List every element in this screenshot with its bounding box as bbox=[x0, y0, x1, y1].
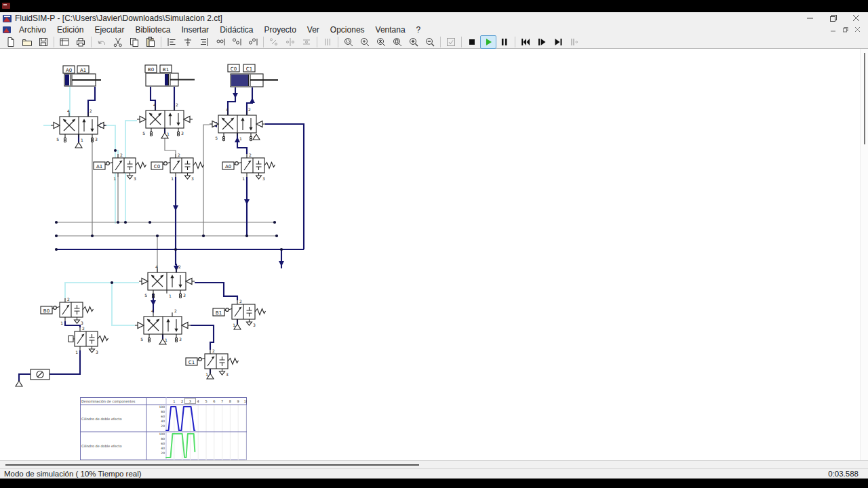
valve-32-A0[interactable]: 213 A0 bbox=[222, 152, 275, 181]
horizontal-scrollbar[interactable] bbox=[0, 460, 868, 468]
reset-icon[interactable] bbox=[517, 35, 534, 49]
start-icon[interactable] bbox=[480, 35, 496, 49]
restore-icon[interactable] bbox=[822, 12, 845, 24]
pause-icon[interactable] bbox=[496, 35, 513, 49]
circuit-canvas[interactable]: A0 A1 B0 B1 C0 C1 42 513 42 513 42 513 4… bbox=[0, 49, 868, 460]
cylinder-B[interactable] bbox=[146, 73, 195, 86]
menu-edicion[interactable]: Edición bbox=[52, 24, 89, 35]
svg-text:5: 5 bbox=[144, 293, 147, 298]
valve-32-A1[interactable]: 213 A1 bbox=[94, 152, 146, 181]
menu-insertar[interactable]: Insertar bbox=[176, 24, 214, 35]
document-icon[interactable] bbox=[3, 26, 12, 34]
valve-52-mid-2[interactable]: 42 513 bbox=[135, 308, 191, 342]
valve-52-A[interactable]: 42 513 bbox=[51, 108, 106, 142]
close-icon[interactable] bbox=[845, 12, 868, 24]
svg-text:1: 1 bbox=[60, 321, 63, 325]
svg-text:9: 9 bbox=[237, 399, 239, 403]
svg-text:4: 4 bbox=[155, 264, 158, 269]
label-B0[interactable]: B0 bbox=[145, 65, 157, 73]
valve-32-manual[interactable]: 213 bbox=[68, 326, 108, 354]
zoom-area-icon[interactable] bbox=[340, 35, 357, 49]
label-B1[interactable]: B1 bbox=[160, 65, 172, 73]
menu-archivo[interactable]: Archivo bbox=[14, 24, 52, 35]
menu-didactica[interactable]: Didáctica bbox=[214, 24, 258, 35]
align-center-icon[interactable] bbox=[180, 35, 196, 49]
toolbar-separator bbox=[515, 37, 515, 47]
distribute-top-icon[interactable] bbox=[212, 35, 229, 49]
child-restore-icon[interactable] bbox=[840, 25, 852, 35]
label-A0[interactable]: A0 bbox=[63, 66, 75, 73]
svg-text:A1: A1 bbox=[80, 68, 86, 73]
service-unit[interactable] bbox=[31, 369, 50, 380]
page-setup-icon[interactable] bbox=[56, 35, 73, 49]
menu-ventana[interactable]: Ventana bbox=[370, 24, 411, 35]
svg-text:3: 3 bbox=[189, 399, 191, 403]
align-left-icon[interactable] bbox=[163, 35, 180, 49]
menu-ver[interactable]: Ver bbox=[302, 24, 325, 35]
svg-text:5: 5 bbox=[140, 337, 143, 342]
zoom-out-icon[interactable] bbox=[422, 35, 438, 49]
copy-icon[interactable] bbox=[126, 35, 142, 49]
svg-text:2: 2 bbox=[174, 308, 177, 313]
vertical-scroll-thumb[interactable] bbox=[864, 53, 865, 144]
align-right-icon[interactable] bbox=[196, 35, 212, 49]
zoom-page-icon[interactable] bbox=[389, 35, 406, 49]
save-icon[interactable] bbox=[35, 35, 52, 49]
horizontal-scroll-thumb[interactable] bbox=[5, 464, 419, 466]
check-circuit-icon[interactable] bbox=[443, 35, 459, 49]
minimize-icon[interactable] bbox=[799, 12, 822, 24]
single-step-icon[interactable] bbox=[534, 35, 550, 49]
cut-icon[interactable] bbox=[110, 35, 126, 49]
snap-icon[interactable] bbox=[298, 35, 315, 49]
print-icon[interactable] bbox=[73, 35, 89, 49]
label-C1[interactable]: C1 bbox=[243, 64, 255, 72]
child-close-icon[interactable] bbox=[852, 25, 864, 35]
label-A1[interactable]: A1 bbox=[77, 66, 89, 73]
svg-text:3: 3 bbox=[134, 176, 136, 181]
state-diagram-chart[interactable]: Denominación de componentes12345678910Ci… bbox=[80, 397, 247, 460]
air-source-icons[interactable] bbox=[16, 133, 260, 386]
menu-biblioteca[interactable]: Biblioteca bbox=[130, 24, 176, 35]
svg-text:1: 1 bbox=[242, 176, 245, 181]
distribute-middle-icon[interactable] bbox=[229, 35, 245, 49]
open-icon[interactable] bbox=[19, 35, 35, 49]
toolbar bbox=[0, 35, 868, 49]
valve-32-B0[interactable]: 213 B0 bbox=[41, 297, 94, 325]
child-minimize-icon[interactable] bbox=[827, 25, 840, 35]
valve-32-C1[interactable]: 213 C1 bbox=[186, 348, 239, 377]
menu-ayuda[interactable]: ? bbox=[411, 24, 427, 35]
cylinder-A[interactable] bbox=[64, 74, 101, 86]
valve-52-mid-1[interactable]: 42 513 bbox=[139, 264, 195, 298]
undo-icon[interactable] bbox=[94, 35, 110, 49]
valve-32-B1[interactable]: 213 B1 bbox=[213, 299, 266, 327]
svg-text:5: 5 bbox=[142, 131, 145, 136]
mirror-icon[interactable] bbox=[282, 35, 298, 49]
zoom-previous-icon[interactable] bbox=[357, 35, 373, 49]
paste-icon[interactable] bbox=[142, 35, 159, 49]
svg-text:C0: C0 bbox=[231, 66, 237, 72]
label-C0[interactable]: C0 bbox=[228, 64, 239, 72]
menu-ejecutar[interactable]: Ejecutar bbox=[89, 24, 130, 35]
letterbox-bottom bbox=[0, 479, 868, 488]
stop-icon[interactable] bbox=[464, 35, 480, 49]
new-icon[interactable] bbox=[3, 35, 19, 49]
svg-text:80: 80 bbox=[161, 410, 165, 413]
cylinder-C[interactable] bbox=[231, 74, 278, 87]
toolbar-separator bbox=[54, 37, 54, 47]
svg-text:7: 7 bbox=[221, 399, 223, 403]
zoom-all-icon[interactable] bbox=[373, 35, 389, 49]
simulate-to-change-icon[interactable] bbox=[550, 35, 566, 49]
distribute-bottom-icon[interactable] bbox=[245, 35, 261, 49]
menu-opciones[interactable]: Opciones bbox=[325, 24, 370, 35]
svg-text:3: 3 bbox=[262, 176, 265, 181]
menu-proyecto[interactable]: Proyecto bbox=[258, 24, 301, 35]
svg-text:1: 1 bbox=[173, 399, 175, 403]
svg-text:1: 1 bbox=[81, 138, 83, 142]
vertical-scrollbar[interactable] bbox=[860, 49, 868, 460]
step-pause-icon[interactable] bbox=[566, 35, 583, 49]
valve-32-C0[interactable]: 213 C0 bbox=[151, 152, 204, 181]
rotate-icon[interactable] bbox=[266, 35, 282, 49]
zoom-in-icon[interactable] bbox=[406, 35, 422, 49]
grid-icon[interactable] bbox=[319, 35, 336, 49]
valve-52-B[interactable]: 42 513 bbox=[137, 102, 193, 136]
